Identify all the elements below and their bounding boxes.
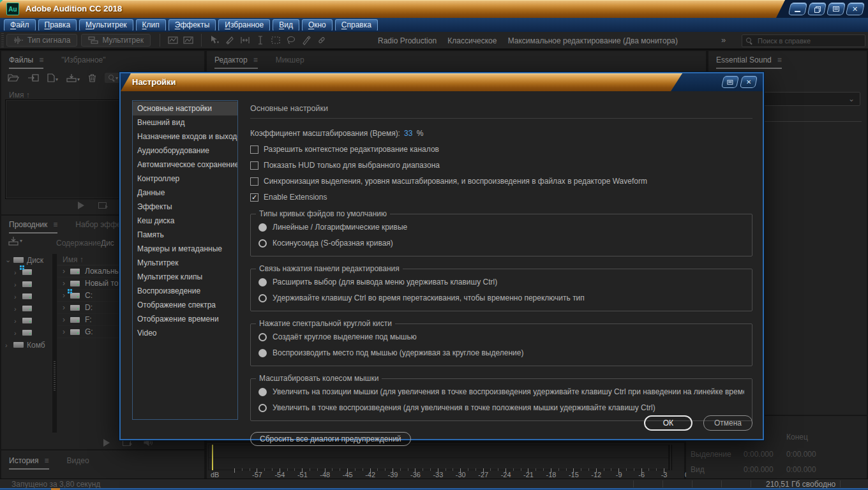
checkbox-checked[interactable]: ✓ <box>250 193 258 202</box>
category-item[interactable]: Аудиооборудование <box>133 144 237 158</box>
import-into-project-button[interactable]: ▾ <box>8 236 22 246</box>
radio-button[interactable] <box>258 294 267 302</box>
chevron-down-icon[interactable]: ⌄ <box>5 256 10 264</box>
chevron-right-icon[interactable]: › <box>63 303 65 312</box>
chevron-right-icon[interactable]: › <box>5 341 10 349</box>
checkbox[interactable] <box>250 177 258 186</box>
view-end-value[interactable]: 0:00.000 <box>786 465 816 474</box>
razor-tool[interactable] <box>222 33 237 47</box>
tab-history[interactable]: История≡ <box>9 456 49 465</box>
time-selection-tool[interactable] <box>253 33 268 47</box>
chevron-right-icon[interactable]: › <box>63 291 65 300</box>
spectral-frequency-display-button[interactable] <box>165 33 181 47</box>
ok-button[interactable]: ОК <box>644 415 692 431</box>
play-icon[interactable] <box>78 202 84 209</box>
files-column-header[interactable]: Имя ↑ <box>9 91 30 100</box>
tree-drive-item[interactable]: › <box>5 327 51 339</box>
tab-video[interactable]: Видео <box>67 456 89 465</box>
panel-menu-icon[interactable]: ≡ <box>253 56 258 64</box>
chevron-right-icon[interactable]: › <box>14 293 19 301</box>
menu-item[interactable]: Избранное <box>218 19 270 31</box>
chevron-right-icon[interactable]: › <box>63 327 65 336</box>
category-item[interactable]: Воспроизведение <box>133 284 237 298</box>
move-tool[interactable] <box>207 33 222 47</box>
slip-tool[interactable] <box>237 33 253 47</box>
menu-item[interactable]: Файл <box>4 19 36 31</box>
radio-button-selected[interactable] <box>258 388 267 396</box>
category-item[interactable]: Автоматическое сохранение <box>133 158 237 172</box>
radio-button-selected[interactable] <box>258 278 267 286</box>
category-item[interactable]: Данные <box>133 186 237 200</box>
tab-mixer[interactable]: Микшер <box>276 56 304 64</box>
loop-icon[interactable] <box>98 202 107 209</box>
dialog-menu-button[interactable] <box>721 76 739 88</box>
tree-combined-item[interactable]: ›Комб <box>5 339 51 351</box>
workspace-button[interactable]: Radio Production <box>378 36 437 45</box>
tree-splitter[interactable] <box>52 254 57 433</box>
minimize-button[interactable] <box>788 3 807 15</box>
workspace-button[interactable]: Максимальное редактирование (Два монитор… <box>508 36 678 45</box>
selection-end-value[interactable]: 0:00.000 <box>786 450 816 459</box>
tree-root-drives[interactable]: ⌄Диск <box>5 254 51 266</box>
category-item[interactable]: Основные настройки <box>133 101 237 115</box>
help-search-input[interactable] <box>756 36 852 45</box>
radio-button-selected[interactable] <box>258 349 267 357</box>
menu-item[interactable]: Вид <box>273 19 299 31</box>
tree-drive-item[interactable]: › <box>5 302 51 315</box>
menu-item[interactable]: Клип <box>136 19 166 31</box>
spectral-pitch-display-button[interactable] <box>181 33 196 47</box>
panel-menu-icon[interactable]: ≡ <box>53 220 57 229</box>
open-folder-button[interactable] <box>8 73 19 82</box>
play-icon[interactable] <box>103 439 110 447</box>
panel-menu-icon[interactable]: ≡ <box>45 456 49 465</box>
chevron-right-icon[interactable]: › <box>14 305 19 313</box>
paintbrush-selection-tool[interactable] <box>299 33 314 47</box>
new-file-button[interactable]: ▾ <box>47 73 58 82</box>
dialog-titlebar[interactable]: Настройки ✕ <box>121 73 763 91</box>
tree-drive-item[interactable]: › <box>5 315 51 327</box>
tab-favorites[interactable]: "Избранное" <box>61 56 105 64</box>
window-menu-button[interactable] <box>827 3 846 15</box>
category-item[interactable]: Отображение времени <box>133 312 237 326</box>
tree-drive-item[interactable]: › <box>5 278 51 290</box>
chevron-right-icon[interactable]: › <box>14 317 19 325</box>
checkbox[interactable] <box>250 161 258 170</box>
category-item[interactable]: Назначение входов и выходов <box>133 130 237 144</box>
checkbox[interactable] <box>250 145 258 154</box>
category-item[interactable]: Эффекты <box>133 200 237 214</box>
category-item[interactable]: Контроллер <box>133 172 237 186</box>
selection-start-value[interactable]: 0:00.000 <box>744 450 774 459</box>
zoom-factor-value[interactable]: 33 <box>404 129 412 138</box>
category-item[interactable]: Video <box>133 326 237 340</box>
menu-item[interactable]: Окно <box>302 19 333 31</box>
category-item[interactable]: Отображение спектра <box>133 298 237 312</box>
reset-warning-dialogs-button[interactable]: Сбросить все диалоги предупреждений <box>250 432 411 446</box>
import-file-button[interactable] <box>27 73 39 82</box>
menu-item[interactable]: Эффекты <box>168 19 216 31</box>
loop-icon[interactable] <box>123 440 131 446</box>
menu-item[interactable]: Правка <box>38 19 77 31</box>
lasso-selection-tool[interactable] <box>283 33 299 47</box>
category-item[interactable]: Маркеры и метаданные <box>133 242 237 256</box>
menu-item[interactable]: Справка <box>335 19 378 31</box>
category-item[interactable]: Память <box>133 228 237 242</box>
chevron-right-icon[interactable]: › <box>63 267 65 276</box>
chevron-right-icon[interactable]: › <box>14 329 19 337</box>
delete-button[interactable] <box>88 73 96 82</box>
marquee-selection-tool[interactable] <box>268 33 283 47</box>
radio-button-selected[interactable] <box>258 223 267 232</box>
dialog-close-button[interactable]: ✕ <box>740 76 758 88</box>
waveform-view-button[interactable]: Тип сигнала <box>6 34 77 47</box>
radio-button[interactable] <box>258 333 267 341</box>
chevron-right-icon[interactable]: › <box>14 269 19 276</box>
panel-menu-icon[interactable]: ≡ <box>39 56 43 64</box>
menu-item[interactable]: Мультитрек <box>79 19 133 31</box>
radio-button[interactable] <box>258 239 267 248</box>
category-item[interactable]: Мультитрек клипы <box>133 270 237 284</box>
category-item[interactable]: Внешний вид <box>133 115 237 130</box>
workspace-button[interactable]: Классическое <box>447 36 497 45</box>
tab-media-browser[interactable]: Проводник≡ <box>9 220 57 229</box>
multitrack-view-button[interactable]: Мультитрек <box>81 34 150 47</box>
tree-drive-item[interactable]: › <box>5 290 51 302</box>
category-item[interactable]: Мультитрек <box>133 256 237 270</box>
